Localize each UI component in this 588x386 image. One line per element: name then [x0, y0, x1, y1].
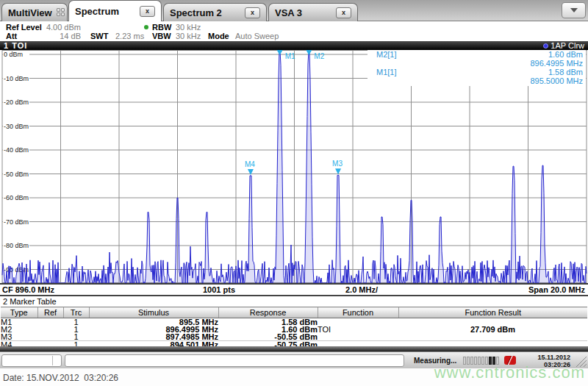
watermark: www.cntronics.com: [434, 363, 585, 382]
y-axis-label: -80 dBm: [4, 242, 29, 249]
readout-m1-freq: 895.5000 MHz: [530, 76, 583, 85]
swt-value[interactable]: 2.23 ms: [115, 32, 144, 40]
trace-label: 1AP Clrw: [551, 41, 584, 50]
readout-m2-freq: 896.4995 MHz: [530, 59, 583, 68]
att-label: Att: [6, 32, 17, 40]
marker-table-title: 2 Marker Table: [3, 297, 57, 306]
readout-m1-name: M1[1]: [376, 68, 397, 76]
softkey-box[interactable]: [1, 354, 62, 367]
marker-label: M1: [285, 52, 295, 60]
spectrum-analyzer-screen: MultiView Spectrum x Spectrum 2 x VSA 3 …: [0, 0, 588, 386]
chart-window-titlebar: 1 TOI 1AP Clrw: [0, 41, 588, 50]
rbw-status-dot-icon: [144, 25, 148, 29]
marker-table-header-row: Type Ref Trc Stimulus Response Function …: [1, 307, 587, 318]
marker-readout: M2[1] 1.60 dBm 896.4995 MHz M1[1] 1.58 d…: [368, 50, 586, 86]
ref-level-value[interactable]: 4.00 dBm: [44, 23, 81, 32]
window-bottom-edge: [0, 346, 588, 351]
mode-label: Mode: [208, 32, 229, 40]
tab-spectrum-label: Spectrum: [75, 6, 119, 17]
sweep-points-label: 1001 pts: [203, 285, 235, 294]
entry-field[interactable]: [65, 354, 404, 367]
readout-m2-level: 1.60 dBm: [548, 50, 583, 59]
tab-spectrum-close-icon[interactable]: x: [140, 6, 155, 17]
col-ref: Ref: [37, 307, 63, 318]
vbw-value[interactable]: 30 kHz: [176, 32, 201, 40]
per-division-label: 2.0 MHz/: [345, 285, 378, 294]
mode-value[interactable]: Auto Sweep: [235, 32, 279, 40]
swt-label: SWT: [90, 32, 108, 40]
tab-overview-dropdown-button[interactable]: [562, 2, 586, 18]
y-axis-label: -20 dBm: [4, 99, 29, 106]
tab-spectrum2[interactable]: Spectrum 2 x: [163, 3, 267, 21]
col-stimulus: Stimulus: [89, 307, 218, 318]
readout-m2-name: M2[1]: [376, 50, 397, 59]
rbw-value[interactable]: 30 kHz: [176, 23, 201, 32]
col-function-result: Function Result: [398, 307, 587, 318]
col-response: Response: [218, 307, 318, 318]
screenshot-caption: Date: 15.NOV.2012 03:20:26: [3, 373, 118, 383]
col-trc: Trc: [63, 307, 89, 318]
ref-level-label: Ref Level: [6, 23, 42, 32]
col-type: Type: [1, 307, 37, 318]
y-axis-label: -30 dBm: [4, 123, 29, 130]
col-function: Function: [318, 307, 398, 318]
marker-label: M4: [245, 160, 255, 168]
center-frequency-label[interactable]: CF 896.0 MHz: [2, 285, 54, 294]
chevron-down-icon: [570, 8, 578, 12]
trace-color-dot-icon: [543, 43, 548, 49]
tab-multiview-label: MultiView: [8, 7, 52, 18]
rbw-label: RBW: [152, 23, 171, 32]
marker-table: Type Ref Trc Stimulus Response Function …: [1, 307, 587, 349]
multiview-grid-icon: [57, 8, 65, 18]
tab-vsa3-close-icon[interactable]: x: [336, 7, 351, 18]
tab-vsa3[interactable]: VSA 3 x: [268, 3, 358, 21]
y-axis-label: -40 dBm: [4, 146, 29, 154]
vbw-label: VBW: [152, 32, 171, 40]
y-axis-label: -70 dBm: [4, 218, 29, 226]
table-row: M3 1 897.4985 MHz -50.55 dBm: [1, 333, 587, 341]
tab-spectrum2-close-icon[interactable]: x: [245, 7, 260, 18]
y-axis-label: -60 dBm: [4, 194, 29, 201]
trace-tag: 1AP Clrw: [543, 41, 584, 50]
chart-window-title: 1 TOI: [4, 41, 27, 50]
y-axis-label: -10 dBm: [4, 75, 29, 82]
span-label[interactable]: Span 20.0 MHz: [528, 285, 585, 294]
readout-m1-level: 1.58 dBm: [548, 68, 583, 76]
tab-bar: MultiView Spectrum x Spectrum 2 x VSA 3 …: [0, 0, 588, 21]
y-axis-label: -50 dBm: [4, 171, 29, 178]
tab-spectrum2-label: Spectrum 2: [170, 7, 222, 18]
tab-multiview[interactable]: MultiView: [1, 3, 68, 21]
x-axis-info-bar: CF 896.0 MHz 1001 pts 2.0 MHz/ Span 20.0…: [0, 283, 588, 295]
att-value[interactable]: 14 dB: [44, 32, 81, 40]
marker-label: M3: [332, 160, 343, 168]
y-axis-label: 0 dBm: [4, 51, 23, 58]
tab-spectrum[interactable]: Spectrum x: [68, 0, 162, 21]
tab-vsa3-label: VSA 3: [275, 7, 302, 18]
marker-label: M2: [314, 52, 324, 60]
marker-table-window: 2 Marker Table Type Ref Trc Stimulus Res…: [0, 295, 588, 351]
settings-bar: Ref Level 4.00 dBm RBW 30 kHz Att 14 dB …: [0, 22, 588, 41]
